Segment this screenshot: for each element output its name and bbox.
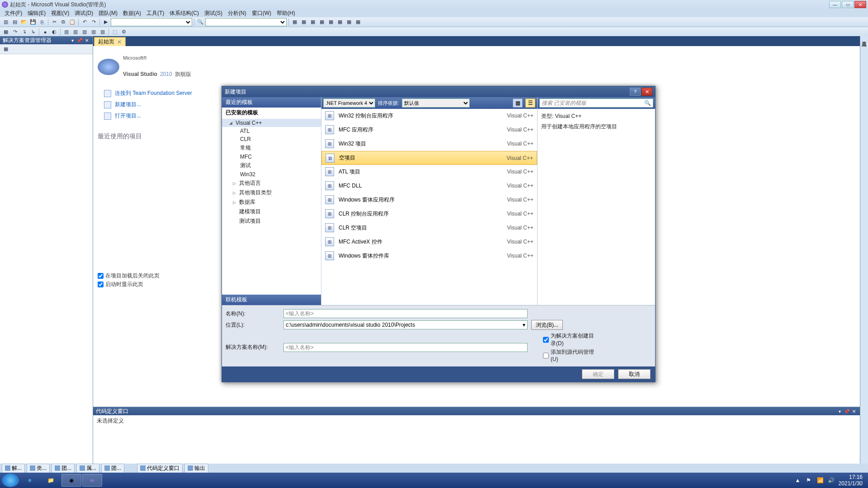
menu-view[interactable]: 视图(V) [48, 9, 72, 17]
dialog-close-button[interactable]: ✕ [642, 88, 652, 96]
template-row[interactable]: ▥空项目Visual C++ [321, 151, 537, 165]
close-button[interactable]: ✕ [854, 1, 866, 8]
template-row[interactable]: ▥Windows 窗体控件库Visual C++ [321, 249, 537, 263]
tool-8-icon[interactable]: ▦ [354, 18, 362, 26]
template-row[interactable]: ▥MFC 应用程序Visual C++ [321, 123, 537, 137]
btab-1[interactable]: 类... [27, 464, 50, 473]
chk-add-source-control[interactable]: 添加到源代码管理(U) [543, 348, 597, 363]
cat-recent[interactable]: 最近的模板 [222, 97, 321, 108]
panel-pin-icon[interactable]: 📌 [76, 37, 83, 43]
template-row[interactable]: ▥MFC ActiveX 控件Visual C++ [321, 235, 537, 249]
name-input[interactable] [283, 309, 528, 318]
minimize-button[interactable]: — [829, 1, 841, 8]
panel-dropdown-icon[interactable]: ▾ [69, 37, 75, 43]
find-combo[interactable] [205, 18, 287, 26]
template-row[interactable]: ▥Win32 项目Visual C++ [321, 137, 537, 151]
task-chrome[interactable]: ◉ [61, 474, 81, 487]
menu-analyze[interactable]: 分析(N) [225, 9, 249, 17]
tree-win32[interactable]: Win32 [222, 170, 321, 178]
menu-data[interactable]: 数据(A) [120, 9, 144, 17]
template-row[interactable]: ▥Win32 控制台应用程序Visual C++ [321, 109, 537, 123]
template-row[interactable]: ▥CLR 控制台应用程序Visual C++ [321, 207, 537, 221]
paste-icon[interactable]: 📋 [68, 18, 76, 26]
menu-file[interactable]: 文件(F) [2, 9, 25, 17]
panel-close-icon[interactable]: ✕ [84, 37, 90, 43]
clock[interactable]: 17:16 2021/1/30 [839, 474, 863, 487]
step-icon[interactable]: ▦ [2, 28, 10, 36]
tool-2-icon[interactable]: ▦ [300, 18, 308, 26]
template-row[interactable]: ▥Windows 窗体应用程序Visual C++ [321, 193, 537, 207]
step-into-icon[interactable]: ↴ [20, 28, 28, 36]
chk-create-directory[interactable]: 为解决方案创建目录(D) [543, 332, 597, 348]
template-search-input[interactable]: 搜索 已安装的模板🔍 [539, 99, 653, 108]
location-combo[interactable]: c:\users\admin\documents\visual studio 2… [283, 320, 528, 329]
tree-general[interactable]: 常规 [222, 143, 321, 153]
copy-icon[interactable]: ⧉ [59, 18, 67, 26]
task-ie[interactable]: e [20, 474, 40, 487]
tool-3-icon[interactable]: ▦ [309, 18, 317, 26]
solution-tree[interactable] [0, 54, 93, 473]
cat-installed[interactable]: 已安装的模板 [222, 108, 321, 118]
template-row[interactable]: ▥MFC DLLVisual C++ [321, 179, 537, 193]
menu-team[interactable]: 团队(M) [96, 9, 120, 17]
search-icon[interactable]: 🔍 [644, 100, 651, 106]
template-row[interactable]: ▥CLR 空项目Visual C++ [321, 221, 537, 235]
template-list[interactable]: ▥Win32 控制台应用程序Visual C++▥MFC 应用程序Visual … [321, 109, 537, 305]
btab-output[interactable]: 输出 [184, 464, 208, 473]
tray-action-icon[interactable]: ⚑ [806, 477, 812, 483]
cfg-icon[interactable]: ⚙ [120, 28, 128, 36]
tree-clr[interactable]: CLR [222, 135, 321, 143]
tray-network-icon[interactable]: 📶 [817, 477, 823, 483]
tree-visual-cpp[interactable]: ◢Visual C++ [222, 119, 321, 127]
menu-debug[interactable]: 调试(D) [72, 9, 96, 17]
tray-up-icon[interactable]: ▲ [795, 477, 802, 483]
win2-icon[interactable]: ▥ [71, 28, 80, 36]
menu-edit[interactable]: 编辑(E) [25, 9, 48, 17]
bp-icon[interactable]: ● [41, 28, 49, 36]
new-file-icon[interactable]: ▤ [11, 18, 19, 26]
task-explorer[interactable]: 📁 [41, 474, 61, 487]
btab-3[interactable]: 属... [76, 464, 99, 473]
dialog-help-button[interactable]: ? [630, 88, 641, 96]
config-combo[interactable] [111, 18, 192, 26]
tree-modeling[interactable]: 建模项目 [222, 207, 321, 216]
win3-icon[interactable]: ▥ [80, 28, 89, 36]
tab-close-icon[interactable]: ✕ [117, 39, 122, 45]
open-icon[interactable]: 📂 [20, 18, 28, 26]
btab-code-def[interactable]: 代码定义窗口 [137, 464, 183, 473]
bp2-icon[interactable]: ◐ [50, 28, 58, 36]
menu-test[interactable]: 测试(S) [202, 9, 225, 17]
cat-online[interactable]: 联机模板 [222, 295, 321, 305]
step-out-icon[interactable]: ↳ [29, 28, 37, 36]
btab-0[interactable]: 解... [2, 464, 25, 473]
tree-test-proj[interactable]: 测试项目 [222, 216, 321, 226]
menu-window[interactable]: 窗口(W) [249, 9, 274, 17]
tree-test[interactable]: 测试 [222, 161, 321, 170]
undo-icon[interactable]: ↶ [80, 18, 89, 26]
codedef-dropdown-icon[interactable]: ▾ [836, 408, 843, 414]
btab-4[interactable]: 团... [101, 464, 124, 473]
tree-atl[interactable]: ATL [222, 127, 321, 135]
tree-other-lang[interactable]: ▷其他语言 [222, 178, 321, 188]
browse-button[interactable]: 浏览(B)... [531, 320, 563, 330]
tree-mfc[interactable]: MFC [222, 153, 321, 161]
tool-1-icon[interactable]: ▦ [291, 18, 299, 26]
task-vs[interactable]: ∞ [82, 474, 102, 487]
tool-7-icon[interactable]: ▦ [345, 18, 353, 26]
hex-icon[interactable]: ⬚ [111, 28, 119, 36]
solution-name-input[interactable] [283, 343, 528, 352]
tool-5-icon[interactable]: ▦ [327, 18, 335, 26]
maximize-button[interactable]: ▭ [842, 1, 854, 8]
codedef-close-icon[interactable]: ✕ [851, 408, 857, 414]
template-row[interactable]: ▥ATL 项目Visual C++ [321, 165, 537, 179]
cut-icon[interactable]: ✂ [50, 18, 58, 26]
view-list-icons[interactable]: ☰ [525, 99, 535, 108]
redo-icon[interactable]: ↷ [90, 18, 98, 26]
tray-volume-icon[interactable]: 🔊 [828, 477, 834, 483]
win4-icon[interactable]: ▥ [90, 28, 98, 36]
cancel-button[interactable]: 取消 [618, 369, 651, 379]
btab-2[interactable]: 团... [52, 464, 75, 473]
ok-button[interactable]: 确定 [582, 369, 614, 379]
find-icon[interactable]: 🔍 [196, 18, 204, 26]
tool-4-icon[interactable]: ▦ [318, 18, 326, 26]
